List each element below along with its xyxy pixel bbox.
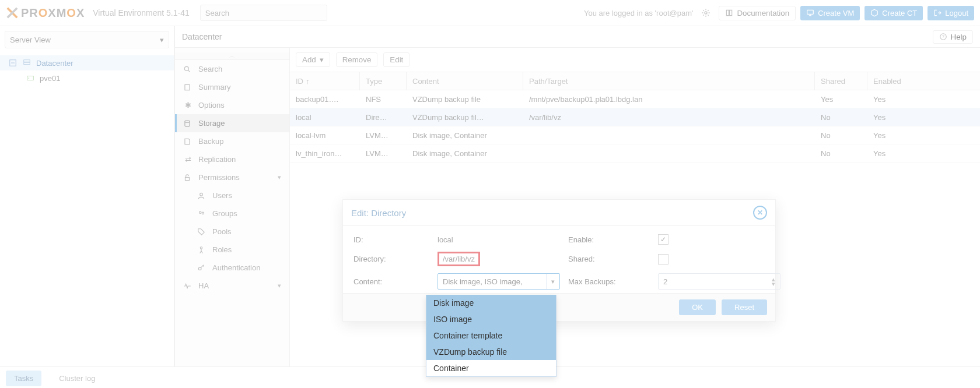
cell-id: lv_thin_iron… <box>290 149 360 158</box>
cell-type: NFS <box>360 95 407 104</box>
view-selector[interactable]: Server View ▾ <box>5 31 169 48</box>
cell-id: backup01…. <box>290 95 360 104</box>
side-replication[interactable]: ⇄ Replication <box>175 150 289 168</box>
gear-icon[interactable] <box>701 8 710 17</box>
content-combo[interactable]: ▾ <box>438 273 560 290</box>
side-ha[interactable]: HA ▾ <box>175 277 289 295</box>
ok-button[interactable]: OK <box>679 299 716 315</box>
chevron-down-icon: ▾ <box>278 174 281 181</box>
tab-cluster-log-label: Cluster log <box>59 374 95 383</box>
cell-path: /mnt/pve/backup01.pla01.lbdg.lan <box>523 95 815 104</box>
table-row[interactable]: local-lvmLVM…Disk image, ContainerNoYes <box>290 126 980 144</box>
tree-node-label: pve01 <box>40 74 60 83</box>
dialog-titlebar[interactable]: Edit: Directory ✕ <box>343 200 775 226</box>
reset-button[interactable]: Reset <box>722 299 767 315</box>
create-vm-label: Create VM <box>818 9 854 17</box>
panel-collapse-handle[interactable]: ︿ <box>175 52 289 60</box>
col-path[interactable]: Path/Target <box>523 72 815 90</box>
side-search[interactable]: Search <box>175 60 289 78</box>
documentation-button[interactable]: Documentation <box>719 6 796 20</box>
cell-content: Disk image, Container <box>407 131 523 140</box>
logo: PROXMOX <box>6 6 85 20</box>
logo-mark-icon <box>6 6 19 19</box>
remove-button[interactable]: Remove <box>336 52 378 67</box>
svg-point-9 <box>184 66 188 70</box>
chevron-down-icon[interactable]: ▾ <box>546 274 559 289</box>
dropdown-option[interactable]: Container template <box>426 327 556 344</box>
cell-id: local-lvm <box>290 131 360 140</box>
maxbackups-input[interactable]: 2 ▴▾ <box>658 273 780 290</box>
logout-label: Logout <box>945 9 968 17</box>
book-icon <box>183 83 192 91</box>
nav-tree: Datacenter pve01 <box>0 53 174 88</box>
side-ha-label: HA <box>198 281 209 290</box>
content-label: Content: <box>354 277 429 286</box>
help-label: Help <box>951 33 967 41</box>
col-id[interactable]: ID ↑ <box>290 72 360 90</box>
dropdown-option[interactable]: ISO image <box>426 311 556 327</box>
dropdown-option[interactable]: VZDump backup file <box>426 344 556 360</box>
search-input[interactable] <box>200 5 327 21</box>
create-vm-button[interactable]: Create VM <box>800 6 860 20</box>
side-summary[interactable]: Summary <box>175 78 289 96</box>
cell-id: local <box>290 113 360 122</box>
svg-rect-11 <box>186 177 190 180</box>
directory-value: /var/lib/vz <box>438 252 480 266</box>
tags-icon <box>197 228 206 236</box>
tab-cluster-log[interactable]: Cluster log <box>51 371 103 386</box>
side-groups[interactable]: Groups <box>175 204 289 223</box>
tab-tasks[interactable]: Tasks <box>6 371 41 386</box>
cell-shared: No <box>815 131 867 140</box>
col-type[interactable]: Type <box>360 72 407 90</box>
col-content[interactable]: Content <box>407 72 523 90</box>
svg-rect-4 <box>24 62 30 65</box>
tree-root-label: Datacenter <box>36 59 74 68</box>
side-users[interactable]: Users <box>175 186 289 204</box>
content-combo-input[interactable] <box>438 277 546 286</box>
table-row[interactable]: backup01….NFSVZDump backup file/mnt/pve/… <box>290 90 980 108</box>
male-icon <box>197 246 206 254</box>
side-permissions[interactable]: Permissions ▾ <box>175 168 289 186</box>
spinner-icon[interactable]: ▴▾ <box>772 277 775 286</box>
help-button[interactable]: ? Help <box>933 30 973 44</box>
side-search-label: Search <box>198 65 222 73</box>
cell-enabled: Yes <box>867 113 920 122</box>
svg-point-15 <box>200 246 202 249</box>
side-roles[interactable]: Roles <box>175 241 289 259</box>
tree-datacenter[interactable]: Datacenter <box>0 55 174 70</box>
database-icon <box>183 119 192 128</box>
dialog-footer: OK Reset <box>343 293 775 321</box>
col-enabled[interactable]: Enabled <box>867 72 920 90</box>
side-storage[interactable]: Storage <box>175 114 289 132</box>
logout-button[interactable]: Logout <box>928 6 974 20</box>
svg-point-0 <box>705 12 707 14</box>
close-icon[interactable]: ✕ <box>753 206 767 220</box>
logged-in-label: You are logged in as 'root@pam' <box>584 9 694 17</box>
add-button[interactable]: Add ▾ <box>296 52 330 67</box>
create-ct-button[interactable]: Create CT <box>864 6 923 20</box>
side-backup-label: Backup <box>198 137 223 146</box>
side-backup[interactable]: Backup <box>175 132 289 150</box>
id-value: local <box>438 235 560 244</box>
id-label: ID: <box>354 235 429 244</box>
svg-rect-3 <box>24 60 30 62</box>
breadcrumb-bar: Datacenter ? Help <box>175 26 980 48</box>
side-options[interactable]: ✱ Options <box>175 96 289 114</box>
content-dropdown[interactable]: Disk imageISO imageContainer templateVZD… <box>426 295 556 377</box>
table-row[interactable]: lv_thin_iron…LVM…Disk image, ContainerNo… <box>290 144 980 163</box>
tree-node-pve01[interactable]: pve01 <box>0 70 174 86</box>
dropdown-option[interactable]: Disk image <box>426 295 556 311</box>
user-icon <box>197 192 206 200</box>
shared-checkbox[interactable] <box>658 254 668 264</box>
side-authentication[interactable]: Authentication <box>175 259 289 277</box>
enable-checkbox[interactable]: ✓ <box>658 234 668 245</box>
help-icon: ? <box>939 33 947 41</box>
key-icon <box>197 264 206 272</box>
dropdown-option[interactable]: Container <box>426 360 556 376</box>
documentation-label: Documentation <box>737 9 789 17</box>
side-pools[interactable]: Pools <box>175 223 289 241</box>
chevron-down-icon: ▾ <box>320 55 324 64</box>
edit-button[interactable]: Edit <box>383 52 410 67</box>
table-row[interactable]: localDire…VZDump backup fil…/var/lib/vzN… <box>290 108 980 126</box>
col-shared[interactable]: Shared <box>815 72 867 90</box>
